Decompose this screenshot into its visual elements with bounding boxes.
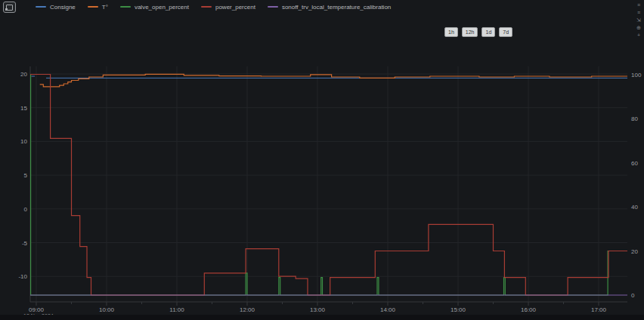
- x-tick-label: 11:00: [169, 306, 184, 313]
- y-left-tick-label: 20: [20, 71, 27, 78]
- x-tick-label: 13:00: [310, 306, 326, 313]
- y-left-tick-label: 10: [20, 138, 27, 145]
- y-left-tick-label: -10: [18, 273, 27, 280]
- dashboard-panel: Consigne T° valve_open_percent power_per…: [0, 0, 644, 320]
- y-left-tick-label: -5: [22, 240, 28, 247]
- chart-area[interactable]: 20151050-5-1010080604020009:0010:0011:00…: [0, 0, 644, 320]
- bottom-strip: [0, 315, 644, 320]
- x-tick-label: 15:00: [450, 306, 466, 313]
- y-left-tick-label: 5: [24, 172, 28, 179]
- series-line-T°: [40, 74, 627, 86]
- x-tick-label: 12:00: [240, 306, 255, 313]
- x-tick-label: 17:00: [591, 306, 607, 313]
- y-left-tick-label: 15: [20, 105, 27, 112]
- y-right-tick-label: 80: [631, 115, 638, 122]
- x-tick-label: 09:00: [29, 306, 45, 313]
- y-right-tick-label: 100: [631, 72, 642, 78]
- y-right-tick-label: 20: [631, 248, 638, 255]
- y-right-tick-label: 0: [631, 292, 635, 299]
- x-tick-label: 16:00: [521, 306, 537, 313]
- x-tick-label: 10:00: [99, 306, 115, 313]
- y-right-tick-label: 60: [631, 160, 638, 167]
- x-tick-label: 14:00: [380, 306, 396, 313]
- y-right-tick-label: 40: [631, 204, 638, 211]
- y-left-tick-label: 0: [24, 206, 28, 213]
